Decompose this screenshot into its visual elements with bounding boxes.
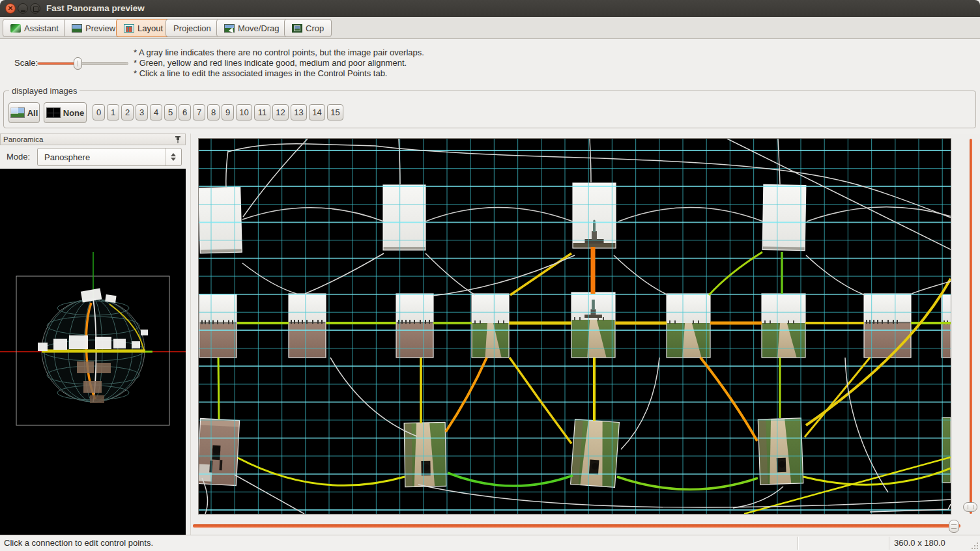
tab-label: Layout	[137, 23, 163, 33]
image-button-4[interactable]: 4	[150, 104, 162, 120]
image-thumb-ground-path	[404, 422, 446, 487]
image-button-13[interactable]: 13	[291, 104, 307, 120]
displayed-images-group: displayed images All None 01234567891011…	[3, 91, 976, 128]
connection-line[interactable]	[510, 358, 571, 444]
layout-canvas[interactable]	[198, 138, 951, 515]
connection-line[interactable]	[870, 504, 951, 512]
tab-label: Crop	[306, 23, 324, 33]
connection-line[interactable]	[242, 208, 384, 221]
window-title: Fast Panorama preview	[46, 3, 145, 13]
move-drag-icon	[224, 24, 235, 33]
scale-slider-thumb[interactable]	[74, 57, 82, 70]
status-bar: Click a connection to edit control point…	[0, 535, 980, 551]
wire-sphere	[38, 289, 152, 403]
maximize-icon[interactable]	[30, 3, 40, 14]
connection-line[interactable]	[618, 208, 763, 222]
connection-line[interactable]	[510, 253, 571, 295]
image-button-8[interactable]: 8	[207, 104, 220, 120]
image-button-6[interactable]: 6	[179, 104, 191, 120]
image-button-7[interactable]: 7	[193, 104, 205, 120]
panosphere-preview-canvas[interactable]	[0, 169, 186, 535]
horizontal-scroll-slider[interactable]	[193, 524, 960, 528]
status-message: Click a connection to edit control point…	[4, 538, 153, 548]
scale-slider-fill	[38, 63, 78, 64]
minimize-icon[interactable]	[18, 3, 28, 14]
connection-line[interactable]	[805, 358, 870, 437]
pin-icon[interactable]	[175, 136, 181, 143]
connection-line[interactable]	[418, 485, 951, 507]
all-button[interactable]: All	[8, 102, 40, 123]
landscape-icon	[10, 107, 25, 118]
image-button-1[interactable]: 1	[107, 104, 119, 120]
image-button-9[interactable]: 9	[222, 104, 234, 120]
connection-line[interactable]	[242, 263, 296, 294]
image-button-5[interactable]: 5	[164, 104, 177, 120]
tab-preview[interactable]: Preview	[64, 19, 123, 37]
help-line: * A gray line indicates there are no con…	[134, 48, 424, 58]
connection-line[interactable]	[446, 358, 487, 432]
connection-line[interactable]	[433, 255, 575, 296]
spinner-arrows-icon[interactable]	[165, 148, 181, 165]
none-button-label: None	[63, 108, 85, 118]
scale-slider[interactable]	[37, 62, 128, 65]
layout-grid-icon	[124, 24, 134, 33]
tab-crop[interactable]: Crop	[284, 19, 332, 37]
image-button-0[interactable]: 0	[93, 104, 105, 120]
connection-line[interactable]	[218, 358, 219, 419]
horizontal-slider-thumb[interactable]	[949, 520, 959, 533]
image-button-11[interactable]: 11	[254, 104, 270, 120]
connection-line[interactable]	[238, 458, 405, 485]
tab-label: Move/Drag	[238, 23, 280, 33]
mode-label: Mode:	[7, 152, 30, 162]
vertical-slider-thumb[interactable]	[963, 502, 977, 512]
connection-line[interactable]	[614, 255, 668, 295]
tab-assistant[interactable]: Assistant	[3, 19, 66, 37]
connection-line[interactable]	[778, 139, 780, 184]
image-button-15[interactable]: 15	[327, 104, 343, 120]
connection-line[interactable]	[700, 358, 757, 441]
resize-grip[interactable]	[970, 541, 978, 549]
vertical-scroll-slider[interactable]	[970, 139, 972, 514]
connection-line[interactable]	[425, 208, 573, 222]
image-button-10[interactable]: 10	[236, 104, 252, 120]
all-button-label: All	[27, 108, 38, 118]
close-icon[interactable]: ✕	[5, 3, 16, 14]
connection-line[interactable]	[806, 255, 865, 295]
panosphere-preview	[0, 169, 186, 535]
connection-line[interactable]	[617, 477, 758, 490]
image-button-3[interactable]: 3	[136, 104, 148, 120]
connection-line[interactable]	[235, 475, 304, 514]
tab-layout[interactable]: Layout	[116, 19, 171, 37]
image-number-buttons: 0123456789101112131415	[93, 104, 343, 120]
connection-line[interactable]	[590, 139, 591, 182]
connection-line[interactable]	[727, 139, 951, 249]
image-thumb-sky	[199, 187, 242, 253]
image-button-14[interactable]: 14	[309, 104, 325, 120]
tab-label: Projection	[173, 23, 211, 33]
tab-label: Assistant	[24, 23, 59, 33]
image-button-2[interactable]: 2	[121, 104, 134, 120]
layout-main-panel	[190, 134, 980, 535]
help-text: * A gray line indicates there are no con…	[134, 48, 424, 79]
connection-line[interactable]	[448, 473, 573, 486]
none-button[interactable]: None	[44, 102, 87, 123]
pano-size-value: 360.0 x 180.0	[894, 538, 945, 548]
tab-move-drag[interactable]: Move/Drag	[216, 19, 287, 37]
image-button-12[interactable]: 12	[272, 104, 289, 120]
app-window: ✕ Fast Panorama preview AssistantPreview…	[0, 0, 980, 551]
crop-icon	[292, 24, 302, 33]
title-bar[interactable]: ✕ Fast Panorama preview	[0, 0, 980, 18]
connection-line[interactable]	[226, 150, 228, 188]
connection-line[interactable]	[803, 468, 951, 485]
mode-select[interactable]: Panosphere	[37, 148, 182, 166]
tab-projection[interactable]: Projection	[166, 19, 219, 37]
side-panel-header[interactable]: Panoramica	[0, 134, 186, 145]
help-line: * Green, yellow and red lines indicate g…	[134, 58, 424, 68]
image-thumb-sky-statue	[573, 183, 616, 248]
image-thumb-ground-pave	[199, 418, 240, 485]
mode-row: Mode: Panosphere	[0, 145, 186, 169]
connection-line[interactable]	[305, 253, 384, 294]
connection-line[interactable]	[425, 253, 475, 295]
tab-label: Preview	[85, 23, 115, 33]
connection-line[interactable]	[621, 358, 659, 449]
